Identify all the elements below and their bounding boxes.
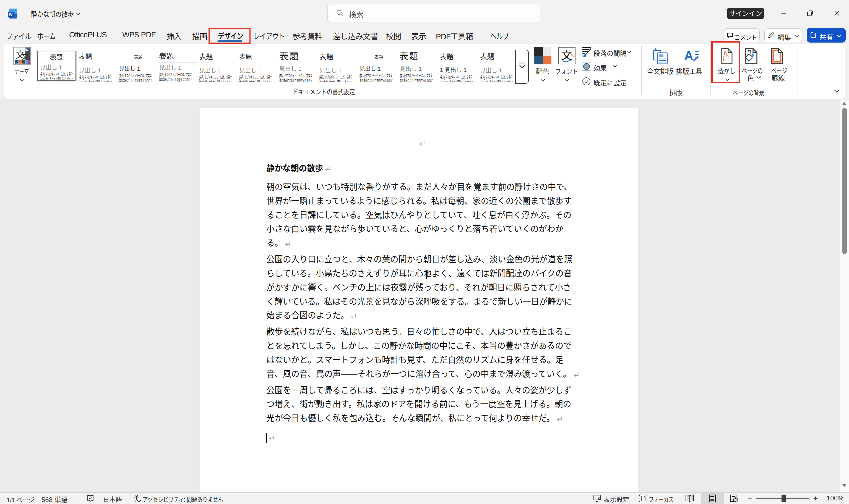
svg-text:文: 文 (21, 51, 29, 61)
svg-text:A: A (684, 48, 693, 63)
svg-text:W: W (9, 12, 13, 17)
